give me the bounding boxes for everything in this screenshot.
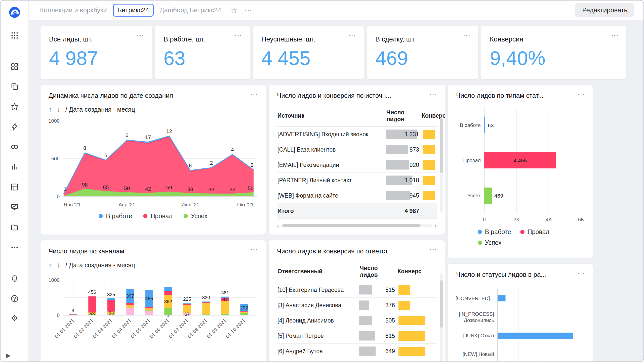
bar[interactable] [498, 351, 498, 357]
legend-item[interactable]: Провал [143, 212, 172, 220]
scroll-right-icon[interactable]: › [434, 222, 437, 229]
card-menu-icon[interactable]: ⋯ [234, 31, 243, 39]
help-icon[interactable] [9, 293, 20, 304]
dataset-grid-icon[interactable] [9, 182, 20, 193]
card-menu-icon[interactable]: ⋯ [429, 90, 438, 98]
bar[interactable] [484, 188, 492, 204]
breadcrumb-dashboard[interactable]: Дашборд Битрикс24 [160, 6, 221, 14]
bar-segment[interactable] [202, 314, 210, 315]
scrollbar-track[interactable] [282, 224, 432, 227]
bar-segment[interactable] [145, 310, 153, 311]
horizontal-bar-chart[interactable]: [CONVERTED]...[IN_PROCESS]Дозвонились[JU… [456, 285, 585, 361]
bar-segment[interactable] [183, 304, 191, 305]
sort-desc-icon[interactable]: ↓ [57, 106, 61, 113]
sort-asc-icon[interactable]: ↑ [49, 261, 52, 269]
bar-segment[interactable] [183, 303, 191, 304]
favorite-star-icon[interactable]: ☆ [231, 6, 237, 15]
vertical-scrollbar[interactable] [440, 117, 443, 213]
table-row[interactable]: [10] Екатерина Гордеева515 [277, 282, 437, 298]
monitor-chart-icon[interactable] [9, 202, 20, 213]
collections-icon[interactable] [9, 81, 20, 92]
table-row[interactable]: [ADVERTISING] Входящий звонок1 231 [277, 127, 437, 142]
legend-item[interactable]: Успех [184, 212, 208, 220]
card-menu-icon[interactable]: ⋯ [577, 90, 586, 98]
bar[interactable] [498, 314, 498, 320]
bar-segment[interactable] [126, 305, 134, 307]
more-dots-icon[interactable] [9, 242, 20, 253]
connections-icon[interactable] [9, 141, 20, 152]
legend-item[interactable]: Провал [520, 228, 549, 236]
column-header[interactable]: Конверс [397, 261, 427, 282]
bar-segment[interactable] [107, 298, 115, 300]
bar-segment[interactable] [164, 308, 172, 315]
bar-segment[interactable] [202, 301, 210, 302]
bar-segment[interactable] [164, 291, 172, 295]
table-row[interactable]: [CALL] База клиентов873 [277, 142, 437, 157]
bar[interactable] [498, 333, 573, 339]
bar-segment[interactable] [221, 301, 229, 314]
bar-segment[interactable] [145, 311, 153, 315]
column-header[interactable]: Конверсия [421, 105, 435, 126]
chart-bars-icon[interactable] [9, 161, 20, 172]
bar-segment[interactable] [183, 305, 191, 313]
bar-segment[interactable] [69, 314, 77, 314]
bar-segment[interactable] [221, 297, 229, 298]
sort-field-label[interactable]: / Дата создания - месяц [65, 261, 135, 269]
apps-grid-icon[interactable] [9, 30, 20, 41]
bar[interactable] [484, 117, 485, 133]
sort-field-label[interactable]: / Дата создания - месяц [65, 106, 135, 113]
bar-segment[interactable] [202, 303, 210, 314]
column-header[interactable]: Число лидов [359, 261, 397, 282]
bar-segment[interactable] [69, 315, 77, 315]
card-menu-icon[interactable]: ⋯ [250, 90, 259, 98]
card-menu-icon[interactable]: ⋯ [463, 31, 471, 39]
folder-icon[interactable] [9, 222, 20, 233]
bar-segment[interactable] [107, 300, 115, 312]
area-chart[interactable]: 05001000Янв '21Апр '21Июл '21Окт '211856… [49, 113, 258, 209]
sidebar-expand-icon[interactable]: ▶ [6, 352, 11, 359]
scrollbar-thumb[interactable] [440, 280, 443, 328]
favorites-star-icon[interactable] [9, 101, 20, 112]
bar-segment[interactable] [202, 302, 210, 303]
sort-desc-icon[interactable]: ↓ [57, 261, 61, 269]
bar-segment[interactable] [126, 308, 134, 315]
bar-segment[interactable] [88, 296, 96, 312]
datalens-logo-icon[interactable] [9, 7, 20, 18]
legend-item[interactable]: В работе [478, 228, 511, 236]
bar-segment[interactable] [221, 315, 229, 315]
bar-segment[interactable] [88, 296, 96, 296]
card-menu-icon[interactable]: ⋯ [429, 246, 438, 253]
settings-gear-icon[interactable]: ⚙ [9, 312, 20, 324]
bar[interactable] [498, 295, 506, 301]
scroll-left-icon[interactable]: ‹ [277, 222, 279, 229]
bar-segment[interactable] [240, 312, 248, 313]
legend-item[interactable]: Успех [478, 239, 502, 246]
edit-button[interactable]: Редактировать [575, 3, 634, 17]
legend-item[interactable]: В работе [99, 212, 132, 220]
sort-asc-icon[interactable]: ↑ [49, 106, 52, 113]
scrollbar-thumb[interactable] [440, 118, 443, 173]
table-row[interactable]: [EMAIL] Рекомендации920 [277, 157, 437, 173]
scrollbar-thumb[interactable] [282, 224, 420, 227]
area-series[interactable] [64, 137, 254, 196]
bar-segment[interactable] [183, 313, 191, 313]
breadcrumb-workbook[interactable]: Битрикс24 [113, 4, 154, 17]
bar-segment[interactable] [240, 311, 248, 312]
card-menu-icon[interactable]: ⋯ [137, 31, 145, 39]
bar-segment[interactable] [164, 287, 172, 291]
table-row[interactable]: [3] Анастасия Денисова376 [277, 298, 437, 313]
card-menu-icon[interactable]: ⋯ [250, 246, 259, 253]
breadcrumb-collections[interactable]: Коллекции и воркбуки [40, 6, 107, 14]
topbar-more-icon[interactable]: ⋯ [245, 6, 253, 15]
column-header[interactable]: Ответственный [277, 261, 359, 282]
table-row[interactable]: [5] Роман Петров615 [277, 328, 437, 344]
table-row[interactable]: [4] Леонид Анисимов505 [277, 313, 437, 328]
bar-segment[interactable] [240, 313, 248, 315]
bar-segment[interactable] [126, 307, 134, 308]
bar-segment[interactable] [240, 315, 248, 315]
bar-segment[interactable] [126, 303, 134, 305]
card-menu-icon[interactable]: ⋯ [611, 31, 619, 39]
column-header[interactable]: Число лидов [386, 105, 421, 126]
bar-segment[interactable] [202, 315, 210, 315]
squares-icon[interactable] [9, 61, 20, 72]
